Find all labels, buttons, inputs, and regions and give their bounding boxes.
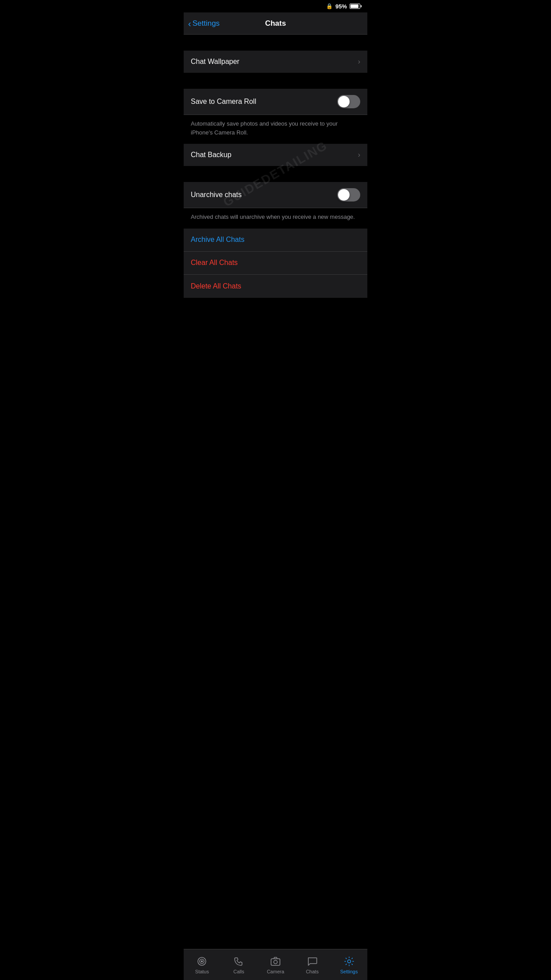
- chat-wallpaper-group: Chat Wallpaper ›: [184, 51, 367, 73]
- back-label: Settings: [193, 19, 220, 28]
- clear-all-chats-label: Clear All Chats: [191, 259, 238, 267]
- back-button[interactable]: ‹ Settings: [188, 19, 220, 28]
- save-camera-roll-toggle[interactable]: [337, 95, 360, 108]
- save-camera-roll-description: Automatically save photos and videos you…: [191, 120, 338, 136]
- back-chevron-icon: ‹: [188, 19, 191, 28]
- lock-icon: 🔒: [326, 3, 333, 9]
- archive-all-chats-label: Archive All Chats: [191, 236, 244, 244]
- unarchive-chats-description: Archived chats will unarchive when you r…: [191, 213, 355, 220]
- section-spacer-top: [184, 35, 367, 51]
- chat-wallpaper-label: Chat Wallpaper: [191, 58, 240, 66]
- section-spacer-2: [184, 73, 367, 89]
- unarchive-toggle-track: [337, 188, 360, 202]
- delete-all-chats-label: Delete All Chats: [191, 282, 241, 290]
- battery-icon: [350, 4, 360, 9]
- watermark: GUIDEDETAILING: [184, 166, 367, 182]
- chat-wallpaper-row[interactable]: Chat Wallpaper ›: [184, 51, 367, 73]
- media-group: Save to Camera Roll Automatically save p…: [184, 89, 367, 166]
- toggle-track: [337, 95, 360, 108]
- save-camera-roll-label: Save to Camera Roll: [191, 98, 256, 106]
- delete-all-chats-row[interactable]: Delete All Chats: [184, 275, 367, 298]
- chat-backup-row[interactable]: Chat Backup ›: [184, 144, 367, 166]
- chat-backup-label: Chat Backup: [191, 151, 232, 159]
- unarchive-group: Unarchive chats Archived chats will unar…: [184, 182, 367, 229]
- unarchive-chats-row[interactable]: Unarchive chats: [184, 182, 367, 208]
- unarchive-chats-description-row: Archived chats will unarchive when you r…: [184, 208, 367, 229]
- save-camera-roll-description-row: Automatically save photos and videos you…: [184, 115, 367, 144]
- clear-all-chats-row[interactable]: Clear All Chats: [184, 252, 367, 275]
- save-camera-roll-row[interactable]: Save to Camera Roll: [184, 89, 367, 115]
- footer-spacer: [184, 298, 367, 333]
- chat-backup-chevron-icon: ›: [358, 151, 360, 159]
- status-bar-right: 🔒 95%: [326, 3, 360, 10]
- section-spacer-3: GUIDEDETAILING: [184, 166, 367, 182]
- page-title: Chats: [265, 19, 286, 28]
- nav-bar: ‹ Settings Chats: [184, 12, 367, 35]
- toggle-thumb: [338, 96, 350, 107]
- archive-all-chats-row[interactable]: Archive All Chats: [184, 229, 367, 252]
- unarchive-chats-toggle[interactable]: [337, 188, 360, 202]
- chat-wallpaper-chevron-icon: ›: [358, 58, 360, 66]
- unarchive-toggle-thumb: [338, 189, 350, 201]
- actions-group: Archive All Chats Clear All Chats Delete…: [184, 229, 367, 298]
- unarchive-chats-label: Unarchive chats: [191, 191, 242, 199]
- battery-percentage: 95%: [335, 3, 347, 10]
- status-bar: 🔒 95%: [184, 0, 367, 12]
